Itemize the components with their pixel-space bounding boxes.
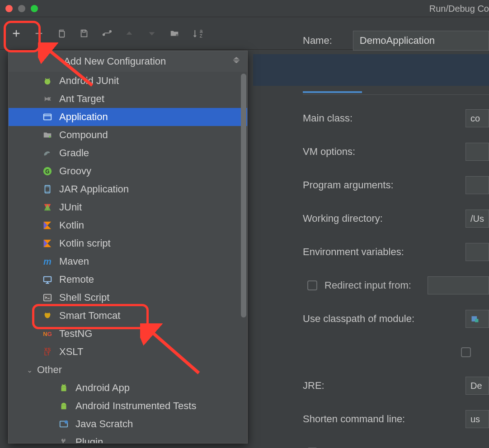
main-class-input[interactable] [465,109,489,127]
testng-icon: NG [42,328,53,339]
minimize-window-button[interactable] [18,5,25,12]
remote-icon [42,274,53,285]
redirect-input-row: Redirect input from: [303,275,489,295]
move-up-button[interactable] [119,23,139,43]
config-type-testng[interactable]: NG TestNG [9,325,247,343]
redirect-input-field[interactable] [428,276,489,294]
jre-label: JRE: [303,380,456,392]
compound-icon [42,130,53,140]
svg-point-16 [65,420,68,424]
classpath-module-select[interactable] [465,310,489,328]
dropdown-header: Add New Configuration [9,51,247,72]
config-type-java-scratch[interactable]: Java Scratch [9,415,247,433]
config-type-label: Android JUnit [42,75,119,87]
shorten-command-line-select[interactable] [465,410,489,428]
svg-rect-5 [233,60,239,61]
remove-configuration-button[interactable] [29,23,49,43]
dropdown-list: Android JUnit Ant Target Application Com… [9,72,247,443]
classpath-module-label: Use classpath of module: [303,313,456,325]
jre-select[interactable] [465,377,489,395]
svg-rect-13 [44,277,52,282]
classpath-module-row: Use classpath of module: [303,309,489,329]
redirect-input-label: Redirect input from: [324,280,411,291]
svg-point-3 [103,33,105,35]
copy-configuration-button[interactable] [52,23,71,43]
config-type-label: Smart Tomcat [42,310,120,322]
vm-options-row: VM options: [303,142,489,162]
include-provided-checkbox[interactable] [461,347,471,357]
config-type-maven[interactable]: m Maven [9,252,247,271]
svg-rect-14 [44,294,52,301]
config-type-remote[interactable]: Remote [9,271,247,289]
shorten-command-line-label: Shorten command line: [303,413,456,425]
config-type-kotlin-script[interactable]: Kotlin script [9,234,247,252]
add-configuration-dropdown: Add New Configuration Android JUnit Ant … [8,51,248,443]
dropdown-header-label: Add New Configuration [15,56,166,67]
config-group-other[interactable]: ⌄ Other [9,361,247,379]
sort-alphabetically-button[interactable]: az [187,23,207,43]
folder-button[interactable] [165,23,184,43]
config-type-android-instrumented-tests[interactable]: Android Instrumented Tests [9,397,247,415]
configuration-pane: Name: Configuration Code Coverage Main c… [289,23,489,448]
svg-rect-1 [82,30,85,32]
junit-icon [42,202,53,213]
svg-rect-9 [44,114,52,120]
config-type-junit[interactable]: JUnit [9,198,247,216]
maximize-window-button[interactable] [31,5,38,12]
name-label: Name: [303,35,332,47]
config-type-android-junit[interactable]: Android JUnit [9,72,247,90]
maven-icon: m [42,256,53,267]
application-icon [42,112,53,122]
working-directory-input[interactable] [465,210,489,228]
config-type-jar-application[interactable]: JAR Application [9,180,247,198]
kotlin-icon [42,238,53,249]
android-junit-icon [42,75,53,86]
redirect-input-checkbox[interactable] [307,280,317,290]
config-type-kotlin[interactable]: Kotlin [9,216,247,234]
edit-templates-button[interactable] [97,23,117,43]
dropdown-scrollbar[interactable] [241,74,246,317]
svg-point-2 [109,30,111,32]
config-type-smart-tomcat[interactable]: Smart Tomcat [9,307,247,325]
name-input[interactable] [353,31,489,51]
xslt-icon: XSLT [42,346,53,357]
vm-options-input[interactable] [465,143,489,161]
config-type-xslt[interactable]: XSLT XSLT [9,343,247,361]
working-directory-label: Working directory: [303,213,456,224]
environment-variables-row: Environment variables: [303,242,489,262]
program-arguments-label: Program arguments: [303,179,456,191]
config-type-label: JAR Application [42,183,129,195]
plugin-icon [58,437,69,443]
vm-options-label: VM options: [303,146,456,158]
config-type-groovy[interactable]: G Groovy [9,162,247,180]
gradle-icon [42,148,53,159]
program-arguments-row: Program arguments: [303,175,489,195]
window-title: Run/Debug Co [429,0,489,17]
config-type-android-app[interactable]: Android App [9,379,247,397]
config-type-application[interactable]: Application [9,108,247,126]
name-row: Name: [303,27,489,54]
config-type-shell-script[interactable]: Shell Script [9,289,247,307]
collapse-icon[interactable] [232,56,241,67]
config-type-plugin[interactable]: Plugin [9,433,247,443]
save-configuration-button[interactable] [74,23,94,43]
jre-row: JRE: [303,376,489,396]
svg-rect-19 [475,319,479,322]
scratch-icon [58,419,69,429]
config-type-gradle[interactable]: Gradle [9,144,247,162]
config-type-ant-target[interactable]: Ant Target [9,90,247,108]
config-group-label: Other [37,364,62,376]
include-provided-row [303,342,489,362]
shell-icon [42,292,53,303]
svg-rect-0 [59,31,64,37]
config-type-compound[interactable]: Compound [9,126,247,144]
program-arguments-input[interactable] [465,176,489,194]
chevron-down-icon: ⌄ [27,366,33,374]
add-configuration-button[interactable] [6,23,26,43]
environment-variables-input[interactable] [465,243,489,261]
config-type-label: Java Scratch [58,418,133,430]
move-down-button[interactable] [142,23,162,43]
config-type-label: Android Instrumented Tests [58,400,196,412]
close-window-button[interactable] [5,5,13,12]
svg-text:G: G [45,168,49,175]
